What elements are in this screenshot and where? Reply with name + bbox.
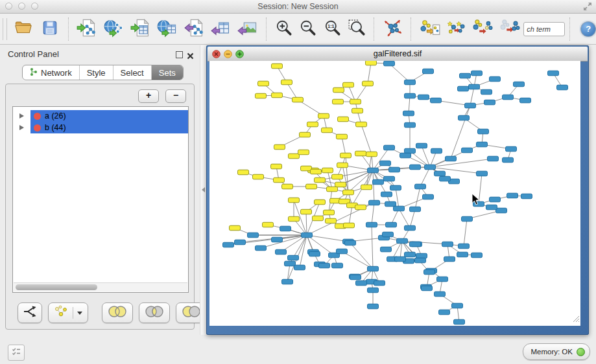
network-node[interactable] (282, 279, 293, 284)
network-node[interactable] (315, 199, 326, 205)
network-node[interactable] (386, 222, 397, 227)
network-node[interactable] (289, 198, 300, 203)
fullscreen-icon[interactable] (582, 1, 593, 15)
network-node[interactable] (380, 161, 391, 166)
network-node[interactable] (458, 86, 469, 91)
select-first-neighbors-button[interactable] (444, 16, 468, 42)
network-node[interactable] (307, 122, 318, 127)
import-table-web-button[interactable] (156, 16, 180, 42)
network-node[interactable] (344, 223, 355, 228)
network-node[interactable] (557, 85, 568, 90)
network-node[interactable] (415, 258, 426, 263)
task-history-button[interactable] (8, 345, 25, 361)
hide-selected-button[interactable] (471, 16, 495, 42)
network-node[interactable] (486, 205, 497, 210)
network-node[interactable] (301, 166, 312, 171)
network-node[interactable] (300, 132, 311, 137)
network-node[interactable] (405, 148, 416, 154)
network-node[interactable] (374, 280, 385, 286)
network-node[interactable] (405, 252, 416, 257)
scrollbar-thumb[interactable] (16, 284, 97, 290)
network-node[interactable] (333, 87, 344, 93)
network-node[interactable] (422, 286, 433, 291)
network-node[interactable] (410, 165, 421, 170)
network-node[interactable] (350, 99, 361, 104)
network-node[interactable] (274, 177, 285, 183)
network-node[interactable] (355, 205, 366, 210)
network-node[interactable] (405, 93, 416, 98)
network-node[interactable] (385, 201, 396, 207)
network-canvas[interactable] (209, 61, 580, 326)
network-node[interactable] (431, 148, 442, 154)
network-node[interactable] (439, 310, 450, 315)
network-node[interactable] (356, 122, 367, 127)
tab-network[interactable]: Network (23, 65, 79, 80)
network-node[interactable] (454, 319, 465, 324)
network-node[interactable] (477, 142, 488, 147)
new-network-from-selection-button[interactable] (418, 16, 442, 42)
network-node[interactable] (368, 288, 379, 293)
network-node[interactable] (306, 184, 317, 189)
network-node[interactable] (444, 256, 455, 262)
network-node[interactable] (384, 176, 395, 181)
network-view-titlebar[interactable]: galFiltered.sif (208, 47, 588, 62)
network-node[interactable] (337, 134, 348, 139)
network-node[interactable] (381, 247, 392, 252)
zoom-out-button[interactable] (297, 16, 318, 42)
sets-layout-dropdown-button[interactable] (48, 302, 88, 323)
network-node[interactable] (289, 216, 300, 222)
zoom-fit-button[interactable]: 1:1 (322, 16, 343, 42)
network-node[interactable] (368, 266, 379, 271)
network-node[interactable] (319, 263, 330, 268)
resize-grip[interactable] (571, 313, 580, 325)
network-node[interactable] (403, 111, 414, 116)
network-node[interactable] (389, 167, 400, 172)
help-button[interactable]: ? (580, 21, 596, 37)
import-table-file-button[interactable] (128, 16, 152, 42)
network-node[interactable] (390, 185, 401, 190)
network-node[interactable] (416, 143, 427, 148)
network-node[interactable] (352, 108, 363, 113)
float-panel-icon[interactable] (176, 51, 183, 58)
network-node[interactable] (503, 157, 514, 163)
open-session-button[interactable] (11, 16, 35, 42)
network-node[interactable] (465, 103, 476, 108)
network-node[interactable] (496, 208, 507, 213)
tab-sets[interactable]: Sets (151, 65, 183, 80)
network-node[interactable] (335, 182, 346, 187)
network-node[interactable] (369, 200, 380, 205)
import-network-file-button[interactable] (75, 16, 99, 42)
network-node[interactable] (322, 168, 333, 173)
network-node[interactable] (440, 176, 451, 181)
network-node[interactable] (366, 152, 377, 157)
network-node[interactable] (338, 117, 349, 122)
network-node[interactable] (405, 80, 416, 85)
network-node[interactable] (313, 216, 324, 221)
network-node[interactable] (415, 184, 426, 189)
split-sets-button[interactable] (18, 302, 42, 323)
chevron-down-icon[interactable] (77, 312, 82, 315)
network-node[interactable] (481, 89, 492, 95)
network-node[interactable] (383, 232, 394, 237)
network-node[interactable] (363, 81, 374, 86)
network-node[interactable] (469, 84, 480, 89)
network-node[interactable] (514, 82, 525, 87)
network-node[interactable] (326, 218, 337, 223)
network-node[interactable] (355, 151, 366, 156)
network-node[interactable] (327, 187, 338, 192)
network-node[interactable] (274, 144, 285, 150)
network-node[interactable] (292, 97, 304, 102)
network-node[interactable] (435, 171, 446, 176)
network-node[interactable] (272, 93, 283, 98)
expand-triangle-icon[interactable] (19, 113, 24, 119)
network-node[interactable] (361, 185, 372, 190)
network-node[interactable] (452, 303, 463, 308)
network-node[interactable] (484, 100, 495, 105)
network-node[interactable] (431, 98, 442, 103)
network-node[interactable] (459, 244, 470, 249)
network-node[interactable] (337, 163, 348, 168)
network-node[interactable] (460, 73, 471, 78)
network-node[interactable] (462, 148, 473, 153)
network-node[interactable] (368, 304, 379, 309)
set-row[interactable]: b (44) (13, 122, 188, 133)
